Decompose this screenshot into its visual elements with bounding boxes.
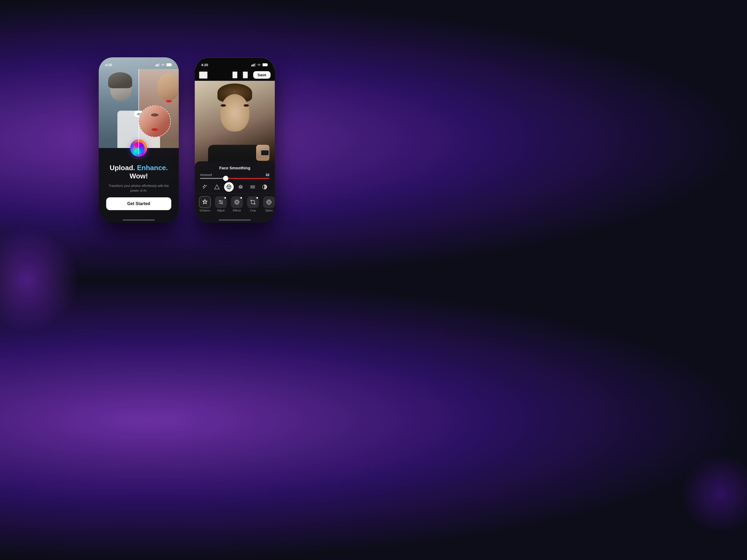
main-tools-row: Enhance Adjust Eff [195, 193, 275, 213]
phone2-time: 4:20 [201, 63, 208, 67]
undo-button[interactable]: ↺ [232, 72, 237, 78]
battery-icon-2 [262, 63, 268, 66]
headline-highlight: Enhance. [137, 164, 168, 172]
phone2-home-indicator [219, 219, 251, 220]
svg-point-24 [241, 188, 242, 188]
adjust-icon-bg [215, 196, 227, 208]
sub-tool-grain[interactable] [236, 182, 246, 192]
get-started-button[interactable]: Get Started [106, 197, 171, 210]
crop-icon-bg [247, 196, 259, 208]
svg-rect-1 [157, 64, 157, 66]
sub-tool-shape[interactable] [212, 182, 222, 192]
phone1-time: 4:20 [105, 63, 112, 67]
man-right-eye [243, 104, 249, 107]
woman-lips-red [166, 100, 172, 102]
svg-point-29 [221, 203, 223, 204]
svg-rect-0 [155, 65, 156, 66]
back-button[interactable]: ‹ [199, 72, 208, 79]
crop-dot [256, 197, 258, 199]
svg-point-14 [229, 186, 230, 187]
svg-rect-4 [166, 63, 171, 66]
svg-point-15 [239, 186, 240, 186]
tool-crop[interactable]: Crop [245, 195, 261, 213]
man-face-skin [220, 94, 250, 131]
svg-rect-2 [158, 64, 158, 66]
enhance-label: Enhance [200, 209, 210, 212]
signal-icon [155, 63, 159, 66]
lip-magnifier [152, 128, 158, 131]
svg-rect-3 [159, 63, 160, 66]
tool-effects[interactable]: Effects [229, 195, 245, 213]
effects-icon-bg [231, 196, 243, 208]
watch [261, 150, 269, 156]
svg-rect-7 [253, 64, 253, 66]
onboarding-subtitle: Transform your photos effortlessly with … [106, 184, 171, 193]
svg-point-30 [235, 200, 239, 204]
svg-point-31 [267, 200, 271, 204]
headline-part2: Wow! [130, 172, 148, 180]
magnifier-circle [139, 105, 171, 137]
optics-label: Optics [265, 209, 273, 212]
redo-button[interactable]: ↻ [243, 72, 248, 78]
save-button[interactable]: Save [253, 71, 271, 79]
wifi-icon-2 [257, 63, 261, 66]
amount-label: Amount [200, 173, 212, 177]
toolbar-actions: ↺ ↻ Save [232, 71, 271, 79]
man-face-area [215, 83, 255, 142]
svg-rect-5 [172, 64, 172, 65]
slider-fill [200, 178, 227, 179]
svg-point-23 [240, 188, 241, 188]
headline-part1: Upload. [110, 164, 137, 172]
screens-container: ◁▷ 4:20 [99, 57, 275, 223]
svg-point-13 [228, 186, 228, 187]
editor-toolbar: ‹ ↺ ↻ Save [195, 69, 275, 81]
tool-adjust[interactable]: Adjust [213, 195, 229, 213]
phone1-status-bar: 4:20 [99, 57, 179, 69]
magnifier-inner [139, 106, 170, 137]
slider-thumb[interactable] [223, 176, 228, 181]
sub-tool-magic[interactable] [200, 182, 210, 192]
slider-track[interactable] [200, 178, 269, 179]
editor-bottom-panel: Face Smoothing Amount 32 [195, 161, 275, 223]
phone-editor: 4:20 ‹ ↺ ↻ Save [195, 57, 275, 223]
svg-point-16 [240, 185, 241, 186]
svg-point-21 [242, 187, 242, 187]
woman-hair-gray [108, 72, 132, 88]
editor-photo [195, 81, 275, 171]
tool-enhance[interactable]: Enhance [197, 195, 213, 213]
svg-point-22 [239, 188, 240, 188]
svg-point-17 [241, 186, 242, 186]
phone1-status-right [155, 63, 172, 66]
svg-point-28 [220, 201, 221, 202]
svg-point-19 [240, 187, 240, 187]
phone2-status-right [251, 63, 268, 66]
man-left-eye [221, 104, 226, 107]
svg-point-18 [239, 187, 239, 187]
phone2-status-bar: 4:20 [195, 57, 275, 69]
svg-rect-8 [254, 64, 255, 66]
sub-tool-texture[interactable] [248, 182, 257, 192]
svg-rect-10 [262, 63, 267, 66]
svg-point-12 [227, 185, 231, 189]
effects-label: Effects [233, 209, 241, 212]
panel-title: Face Smoothing [195, 161, 275, 170]
svg-point-20 [241, 187, 241, 187]
amount-row: Amount 32 [195, 170, 275, 178]
optics-icon-bg [263, 196, 275, 208]
phone-onboarding-inner: ◁▷ 4:20 [99, 57, 179, 223]
battery-icon [166, 63, 172, 66]
sub-tool-contrast[interactable] [260, 182, 269, 192]
phone-editor-inner: 4:20 ‹ ↺ ↻ Save [195, 57, 275, 223]
enhance-icon-bg [199, 196, 211, 208]
wifi-icon [161, 63, 165, 66]
sub-tool-face[interactable] [224, 182, 234, 192]
woman-head-color [157, 74, 179, 101]
amount-value: 32 [266, 173, 269, 177]
adjust-label: Adjust [217, 209, 225, 212]
onboarding-bottom-panel: Upload. Enhance.Wow! Transform your phot… [99, 148, 179, 223]
tool-optics[interactable]: Optics [261, 195, 275, 213]
headline: Upload. Enhance.Wow! [110, 164, 168, 180]
svg-rect-6 [251, 65, 252, 66]
signal-icon-2 [251, 63, 256, 66]
svg-point-32 [268, 201, 270, 203]
